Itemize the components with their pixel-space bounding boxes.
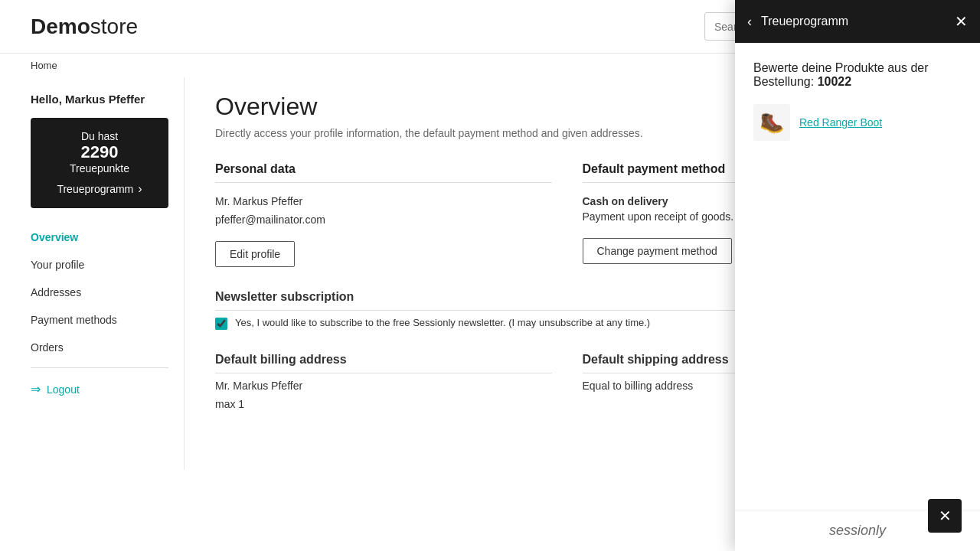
billing-address-title: Default billing address [215, 353, 552, 373]
panel-back-button[interactable]: ‹ [747, 14, 752, 30]
logo: Demostore [31, 15, 138, 39]
overlay-panel: ‹ Treueprogramm ✕ Bewerte deine Produkte… [735, 0, 980, 470]
logo-light: store [90, 15, 138, 38]
sidebar-link-overview[interactable]: Overview [31, 231, 168, 243]
product-name-link[interactable]: Red Ranger Boot [799, 116, 882, 129]
sidebar-link-orders[interactable]: Orders [31, 341, 168, 354]
panel-order-title: Bewerte deine Produkte aus der Bestellun… [753, 61, 962, 89]
panel-header: ‹ Treueprogramm ✕ [735, 0, 980, 43]
sidebar-greeting: Hello, Markus Pfeffer [31, 93, 168, 106]
sidebar-item-overview[interactable]: Overview [31, 223, 168, 251]
personal-email: pfeffer@mailinator.com [215, 214, 552, 226]
edit-profile-button[interactable]: Edit profile [215, 241, 295, 267]
loyalty-box: Du hast 2290 Treuepunkte Treueprogramm › [31, 118, 168, 208]
sidebar-divider [31, 367, 168, 368]
sidebar-item-orders[interactable]: Orders [31, 334, 168, 361]
personal-data-section: Personal data Mr. Markus Pfeffer pfeffer… [215, 162, 552, 267]
loyalty-treuepunkte: Treuepunkte [43, 162, 156, 174]
treueprogramm-link[interactable]: Treueprogramm › [43, 182, 156, 196]
change-payment-method-button[interactable]: Change payment method [583, 238, 732, 264]
boot-icon: 🥾 [760, 111, 784, 135]
logo-bold: Demo [31, 15, 90, 38]
billing-name: Mr. Markus Pfeffer [215, 380, 552, 392]
chevron-right-icon: › [138, 182, 142, 196]
sidebar-item-addresses[interactable]: Addresses [31, 279, 168, 306]
sidebar-navigation: Overview Your profile Addresses Payment … [31, 223, 168, 361]
loyalty-points: 2290 [43, 142, 156, 162]
panel-body: Bewerte deine Produkte aus der Bestellun… [735, 43, 980, 470]
personal-data-title: Personal data [215, 162, 552, 183]
product-item: 🥾 Red Ranger Boot [753, 104, 962, 141]
sidebar: Hello, Markus Pfeffer Du hast 2290 Treue… [31, 77, 184, 470]
sidebar-item-payment-methods[interactable]: Payment methods [31, 306, 168, 334]
treueprogramm-label: Treueprogramm [57, 183, 133, 195]
personal-name: Mr. Markus Pfeffer [215, 195, 552, 207]
sidebar-link-payment-methods[interactable]: Payment methods [31, 314, 168, 326]
panel-order-number: 10022 [818, 75, 852, 88]
billing-address-section: Default billing address Mr. Markus Pfeff… [215, 353, 552, 416]
sidebar-link-addresses[interactable]: Addresses [31, 286, 168, 298]
newsletter-checkbox[interactable] [215, 318, 227, 330]
newsletter-label: Yes, I would like to subscribe to the fr… [235, 317, 650, 328]
sidebar-item-your-profile[interactable]: Your profile [31, 251, 168, 279]
logout-link[interactable]: ⇒ Logout [31, 374, 168, 404]
panel-close-button[interactable]: ✕ [955, 12, 968, 31]
logout-icon: ⇒ [31, 382, 41, 396]
panel-title: Treueprogramm [761, 15, 946, 28]
logout-label: Logout [47, 383, 80, 396]
loyalty-du-hast: Du hast [43, 130, 156, 142]
sidebar-link-your-profile[interactable]: Your profile [31, 259, 168, 271]
product-thumbnail: 🥾 [753, 104, 790, 141]
home-link[interactable]: Home [31, 60, 57, 71]
billing-address-line2: max 1 [215, 398, 552, 410]
